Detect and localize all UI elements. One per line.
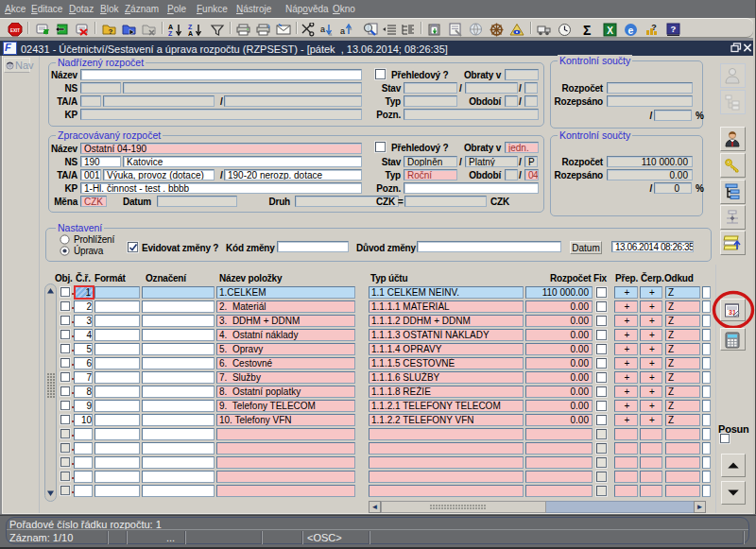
svg-text:A: A xyxy=(168,24,173,30)
svg-text:?: ? xyxy=(671,24,677,34)
svg-text:?: ? xyxy=(109,27,113,36)
svg-text:EXIT: EXIT xyxy=(10,28,20,33)
svg-text:a: a xyxy=(349,26,352,31)
svg-text:a: a xyxy=(320,25,325,34)
svg-text:X: X xyxy=(607,26,613,36)
svg-text:A: A xyxy=(188,30,193,37)
svg-text:Z: Z xyxy=(168,30,173,37)
svg-text:e: e xyxy=(628,25,634,36)
svg-text:a: a xyxy=(340,26,345,36)
svg-text:Σ: Σ xyxy=(583,23,591,37)
svg-text:a: a xyxy=(329,31,333,37)
svg-text:?: ? xyxy=(651,23,657,32)
svg-text:Z: Z xyxy=(188,24,193,30)
